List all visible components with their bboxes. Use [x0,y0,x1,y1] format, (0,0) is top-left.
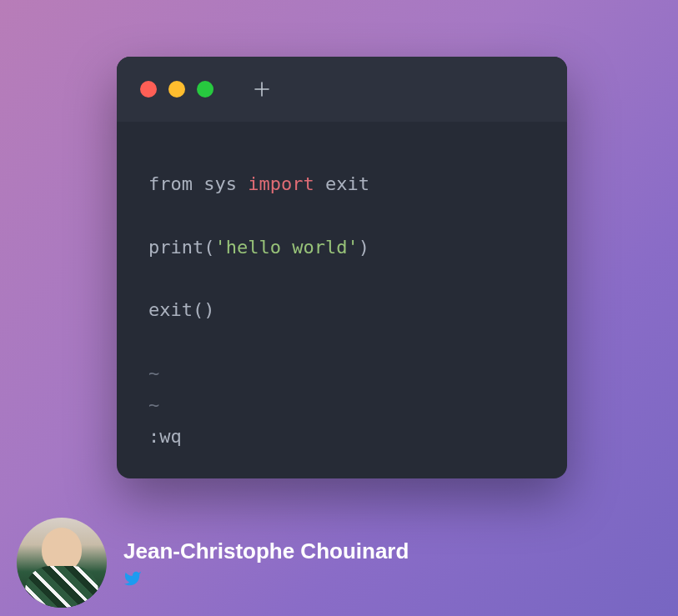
new-tab-icon[interactable] [252,79,272,99]
code-token: 'hello world' [214,237,358,258]
code-token: import [248,173,314,194]
code-token: :wq [148,426,182,447]
twitter-icon[interactable] [123,569,142,588]
code-line: exit() [148,294,535,326]
maximize-icon[interactable] [197,81,213,98]
code-line: from sys import exit [148,168,535,200]
code-token: from sys [148,173,248,194]
code-line: :wq [148,421,535,453]
code-token: print( [148,237,214,258]
code-line: print('hello world') [148,232,535,263]
close-icon[interactable] [140,81,157,98]
code-editor-content: from sys import exit print('hello world'… [117,122,567,452]
code-line: ~ [148,389,535,421]
code-line: ~ [148,358,535,389]
code-token: exit [314,173,369,194]
code-line [148,200,535,232]
code-token: exit() [148,299,214,320]
code-token: ~ [148,363,159,383]
code-line [148,263,535,294]
terminal-window: from sys import exit print('hello world'… [117,57,567,478]
window-titlebar [117,57,567,122]
minimize-icon[interactable] [168,81,185,98]
code-token: ) [359,237,369,258]
avatar [17,518,107,608]
code-token: ~ [148,394,159,415]
author-info: Jean-Christophe Chouinard [123,538,409,588]
author-name: Jean-Christophe Chouinard [123,538,409,564]
code-line [148,326,535,358]
author-badge: Jean-Christophe Chouinard [17,518,409,608]
